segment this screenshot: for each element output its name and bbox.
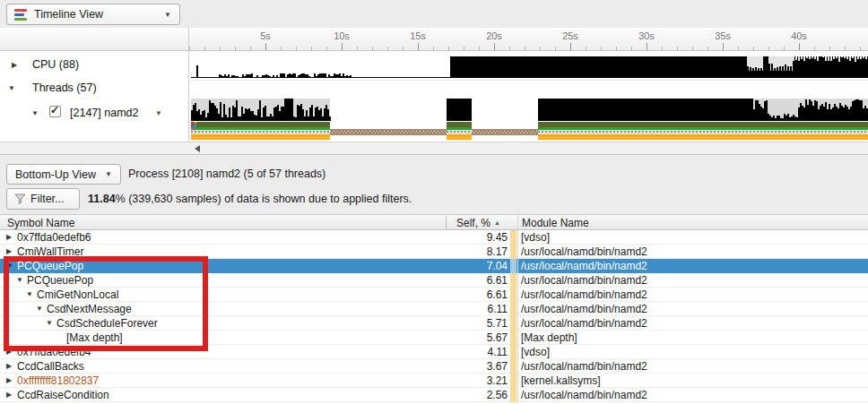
module-name: /usr/local/namd/bin/namd2 — [521, 273, 647, 288]
ruler-tick — [784, 47, 785, 50]
row-collapse-icon[interactable]: ▼ — [16, 277, 23, 284]
self-percent-bar — [510, 374, 516, 388]
symbol-name: CmiWallTimer — [17, 245, 83, 259]
thread-track-label: [2147] namd2 — [70, 107, 138, 119]
self-percent-bar — [510, 359, 516, 374]
self-percent-bar — [510, 388, 516, 402]
table-row[interactable]: ▶CmiWallTimer8.17/usr/local/namd/bin/nam… — [0, 245, 868, 259]
row-expand-icon[interactable]: ▶ — [6, 248, 12, 255]
symbol-name: CmiGetNonLocal — [37, 288, 118, 302]
ruler-tick — [311, 47, 312, 50]
row-collapse-icon[interactable]: ▼ — [46, 320, 53, 327]
row-collapse-icon[interactable]: ▼ — [36, 305, 43, 313]
thread-options-icon[interactable]: ▼ — [155, 110, 162, 117]
bottom-up-view-label: Bottom-Up View — [15, 168, 96, 181]
module-name: /usr/local/namd/bin/namd2 — [521, 288, 647, 302]
symbol-name: CcdCallBacks — [17, 359, 84, 374]
cpu-expander-icon[interactable]: ▶ — [12, 62, 17, 69]
cpu-activity-track[interactable] — [189, 55, 868, 79]
ruler-tick — [250, 47, 251, 50]
module-name: /usr/local/namd/bin/namd2 — [521, 359, 647, 374]
self-percent-bar — [510, 245, 516, 259]
ruler-tick-label: 15s — [410, 30, 426, 41]
filter-funnel-icon — [14, 193, 26, 204]
row-expand-icon[interactable]: ▶ — [6, 348, 12, 356]
bottom-up-view-selector[interactable]: Bottom-Up View ▼ — [6, 164, 121, 185]
ruler-tick — [799, 43, 800, 50]
table-row[interactable]: ▼CsdNextMessage6.11/usr/local/namd/bin/n… — [0, 302, 868, 316]
thread-checkbox[interactable]: ✓ — [49, 106, 61, 117]
self-percent-value: 6.61 — [404, 288, 508, 302]
ruler-tick — [189, 47, 190, 50]
column-header-symbol[interactable]: Symbol Name — [7, 216, 74, 230]
self-percent-value: 3.21 — [404, 374, 508, 388]
ruler-tick — [586, 47, 586, 50]
ruler-tick-label: 10s — [334, 30, 350, 41]
column-header-module[interactable]: Module Name — [522, 216, 589, 230]
thread-activity-track[interactable] — [189, 99, 868, 141]
timeline-ruler[interactable]: 5s10s15s20s25s30s35s40s — [0, 28, 868, 51]
self-percent-value: 2.56 — [404, 388, 508, 402]
timeline-view-selector[interactable]: Timeline View ▼ — [6, 4, 180, 25]
threads-expander-icon[interactable]: ▼ — [8, 85, 15, 92]
process-info: Process [2108] namd2 (5 of 57 threads) — [128, 168, 326, 180]
timeline-view-label: Timeline View — [34, 8, 103, 21]
sort-ascending-icon[interactable]: ▲ — [494, 219, 500, 226]
ruler-tick — [814, 47, 815, 50]
self-percent-bar — [510, 259, 516, 273]
self-percent-value: 8.17 — [404, 245, 508, 259]
ruler-tick — [387, 47, 388, 50]
symbol-name: CsdNextMessage — [47, 302, 132, 316]
track-separator — [189, 80, 868, 81]
chevron-down-icon: ▼ — [164, 11, 171, 19]
row-collapse-icon[interactable]: ▼ — [26, 291, 33, 298]
symbol-name: [Max depth] — [66, 331, 123, 345]
table-row[interactable]: ▼PCQueuePop6.61/usr/local/namd/bin/namd2 — [0, 273, 868, 288]
self-percent-bar — [510, 302, 516, 316]
symbol-name: 0x7ffda0edefb6 — [17, 230, 91, 245]
self-percent-value: 7.04 — [404, 259, 508, 273]
ruler-tick — [525, 47, 525, 50]
filter-button[interactable]: Filter... — [6, 188, 80, 210]
ruler-tick — [235, 47, 236, 50]
self-percent-bar — [510, 230, 516, 245]
column-divider[interactable] — [446, 216, 447, 229]
thread-expander-icon[interactable]: ▼ — [31, 110, 39, 117]
table-row[interactable]: ▶0xffffffff818028373.21[kernel.kallsyms] — [0, 374, 868, 388]
table-row[interactable]: [Max depth]5.67[Max depth] — [0, 331, 868, 345]
row-expand-icon[interactable]: ▶ — [6, 377, 12, 384]
ruler-tick — [372, 47, 373, 50]
ruler-tick — [601, 47, 602, 50]
ruler-tick — [860, 47, 861, 50]
module-name: /usr/local/namd/bin/namd2 — [521, 245, 647, 259]
row-collapse-icon[interactable]: ▼ — [6, 262, 13, 270]
table-row[interactable]: ▶0x7ffda0edefb69.45[vdso] — [0, 230, 868, 245]
table-row[interactable]: ▼PCQueuePop7.04/usr/local/namd/bin/namd2 — [0, 259, 868, 273]
chevron-down-icon: ▼ — [105, 170, 112, 178]
self-percent-bar — [510, 345, 516, 359]
table-row[interactable]: ▶0x7ffda0edefb44.11[vdso] — [0, 345, 868, 359]
row-expand-icon[interactable]: ▶ — [6, 363, 12, 370]
threads-track-label: Threads (57) — [32, 82, 97, 94]
ruler-tick — [265, 43, 266, 50]
symbol-name: PCQueuePop — [27, 273, 93, 288]
module-name: /usr/local/namd/bin/namd2 — [521, 388, 647, 402]
ruler-tick — [494, 43, 495, 50]
table-row[interactable]: ▶CcdCallBacks3.67/usr/local/namd/bin/nam… — [0, 359, 868, 374]
ruler-tick — [738, 47, 739, 50]
self-percent-bar — [510, 331, 516, 345]
scroll-left-icon[interactable] — [195, 145, 200, 152]
ruler-tick — [296, 47, 297, 50]
table-row[interactable]: ▼CmiGetNonLocal6.61/usr/local/namd/bin/n… — [0, 288, 868, 302]
ruler-tick — [433, 47, 434, 50]
ruler-tick-label: 25s — [562, 30, 578, 41]
timeline-toolbar: Timeline View ▼ — [0, 0, 868, 29]
row-expand-icon[interactable]: ▶ — [6, 391, 12, 399]
table-row[interactable]: ▶CcdRaiseCondition2.56/usr/local/namd/bi… — [0, 388, 868, 402]
symbol-name: CsdScheduleForever — [56, 316, 158, 331]
ruler-tick — [753, 47, 754, 50]
row-expand-icon[interactable]: ▶ — [6, 234, 12, 241]
timeline-scrollbar[interactable] — [0, 142, 868, 154]
column-header-self[interactable]: Self, % — [386, 216, 490, 230]
table-row[interactable]: ▼CsdScheduleForever5.71/usr/local/namd/b… — [0, 316, 868, 331]
